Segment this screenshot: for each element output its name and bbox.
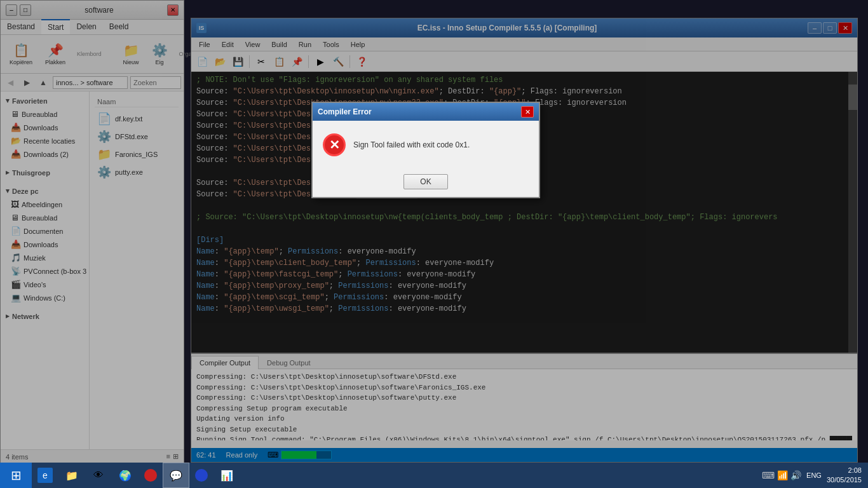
sidebar-item-documenten[interactable]: 📄 Documenten [1, 224, 89, 238]
list-view-icon[interactable]: ≡ [166, 452, 170, 461]
menu-help[interactable]: Help [346, 39, 370, 50]
close-button[interactable]: ✕ [167, 4, 179, 16]
chevron-down-icon-2: ▾ [6, 187, 10, 195]
taskbar-item-ie[interactable]: e [32, 463, 58, 488]
properties-button[interactable]: ⚙️ Eig [148, 40, 172, 68]
videos-icon: 🎬 [11, 280, 21, 289]
error-message-text: Sign Tool failed with exit code 0x1. [353, 139, 470, 151]
copy-button[interactable]: 📋 Kopiëren [6, 40, 36, 68]
tab-bestand[interactable]: Bestand [1, 20, 41, 34]
menu-build[interactable]: Build [266, 39, 292, 50]
taskbar-item-app8[interactable]: 📊 [214, 463, 240, 488]
compiler-close-button[interactable]: ✕ [838, 22, 852, 34]
taskbar-clock[interactable]: 2:08 30/05/2015 [827, 466, 862, 485]
downloads-icon: 📥 [11, 123, 21, 132]
minimize-button[interactable]: – [6, 4, 17, 16]
sidebar-item-muziek[interactable]: 🎵 Muziek [1, 251, 89, 264]
new-button[interactable]: 📁 Nieuw [119, 40, 143, 68]
taskbar-item-app5[interactable] [139, 463, 163, 488]
copy-button[interactable]: 📋 [271, 54, 287, 69]
taskbar-item-chrome[interactable]: 🌍 [112, 463, 139, 488]
build-button[interactable]: 🔨 [330, 54, 346, 69]
menu-run[interactable]: Run [294, 39, 316, 50]
sidebar-item-pvconnect[interactable]: 📡 PVConnect (b-box 3 [1, 264, 89, 278]
compiler-titlebar-left: IS [196, 23, 207, 33]
ok-button[interactable]: OK [403, 174, 448, 189]
address-text: innos... > software [56, 79, 113, 86]
forward-button[interactable]: ▶ [20, 76, 34, 90]
sidebar-item-downloads-2[interactable]: 📥 Downloads (2) [1, 147, 89, 161]
explorer-toolbar: ◀ ▶ ▲ innos... > software [1, 74, 184, 92]
tab-debug-output[interactable]: Debug Output [259, 356, 319, 369]
tab-beeld[interactable]: Beeld [103, 20, 135, 34]
output-content: Compressing: C:\Users\tpt\Desktop\innose… [191, 369, 857, 440]
menu-view[interactable]: View [240, 39, 266, 50]
taskbar-item-app7[interactable] [189, 463, 214, 488]
file-item-dfstd[interactable]: ⚙️ DFStd.exe [95, 128, 179, 146]
help-button[interactable]: ❓ [353, 54, 370, 69]
taskbar-item-app3[interactable]: 👁 [85, 463, 112, 488]
item-count: 4 items [6, 453, 28, 461]
paste-button[interactable]: 📌 Plakken [41, 40, 69, 68]
tab-delen[interactable]: Delen [70, 20, 102, 34]
toolbar-separator-3 [349, 55, 350, 68]
output-scrollbar-track [191, 440, 857, 448]
sidebar-netwerk-header: ▸ Netwerk [1, 309, 89, 323]
taskbar-item-skype[interactable]: 💬 [163, 463, 189, 488]
output-line-2: Compressing: C:\Users\tpt\Desktop\innose… [196, 383, 852, 393]
output-line-1: Compressing: C:\Users\tpt\Desktop\innose… [196, 372, 852, 383]
file-item-putty[interactable]: ⚙️ putty.exe [95, 163, 179, 181]
paste-btn[interactable]: 📌 [288, 54, 305, 69]
menu-tools[interactable]: Tools [318, 39, 344, 50]
status-progress-fill [281, 451, 316, 459]
sidebar-item-afbeeldingen[interactable]: 🖼 Afbeeldingen [1, 198, 89, 211]
up-button[interactable]: ▲ [36, 76, 50, 90]
menu-edit[interactable]: Edit [217, 39, 239, 50]
taskbar-sys-icons: ⌨ 📶 🔊 [762, 470, 801, 480]
drive-icon: 💻 [11, 293, 21, 302]
sidebar-item-bureaublad-1[interactable]: 🖥 Bureaublad [1, 107, 89, 121]
compile-button[interactable]: ▶ [312, 54, 329, 69]
status-progress-bar [281, 451, 332, 459]
sidebar-item-windows-c[interactable]: 💻 Windows (C:) [1, 291, 89, 304]
network-icon: 📶 [777, 470, 788, 480]
detail-view-icon[interactable]: ⊞ [173, 452, 179, 461]
maximize-button[interactable]: □ [20, 4, 31, 16]
code-line-1: ; NOTE: Don't use "Flags: ignoreversion"… [196, 74, 852, 86]
sidebar-item-bureaublad-2[interactable]: 🖥 Bureaublad [1, 211, 89, 224]
output-scrollbar[interactable] [191, 440, 857, 448]
sidebar-item-downloads-1[interactable]: 📥 Downloads [1, 121, 89, 134]
taskbar-item-explorer[interactable]: 📁 [58, 463, 85, 488]
sidebar-item-videos[interactable]: 🎬 Video's [1, 278, 89, 291]
save-file-button[interactable]: 💾 [229, 54, 246, 69]
volume-icon: 🔊 [790, 470, 801, 480]
compiler-title: EC.iss - Inno Setup Compiler 5.5.5 (a) [… [207, 24, 808, 32]
dialog-close-button[interactable]: ✕ [521, 106, 534, 118]
file-item-faronics[interactable]: 📁 Faronics_IGS [95, 146, 179, 163]
back-button[interactable]: ◀ [3, 76, 17, 90]
tab-compiler-output[interactable]: Compiler Output [191, 356, 259, 369]
editor-scrollbar[interactable] [848, 72, 857, 353]
new-label: Nieuw [123, 59, 139, 65]
compiler-maximize-button[interactable]: □ [823, 22, 837, 34]
open-file-button[interactable]: 📂 [212, 54, 228, 69]
code-line-12 [196, 200, 852, 212]
editor-scrollbar-thumb[interactable] [848, 85, 857, 110]
start-button[interactable]: ⊞ [0, 463, 32, 488]
new-file-button[interactable]: 📄 [194, 54, 210, 69]
cut-button[interactable]: ✂ [253, 54, 269, 69]
toolbar-separator-2 [308, 55, 309, 68]
compiler-minimize-button[interactable]: – [808, 22, 822, 34]
file-item-dfkey[interactable]: 📄 df.key.txt [95, 110, 179, 128]
taskbar-language: ENG [806, 471, 822, 479]
sidebar-item-downloads-3[interactable]: 📥 Downloads [1, 238, 89, 251]
app8-icon: 📊 [219, 468, 234, 483]
ok-label: OK [420, 177, 431, 186]
menu-file[interactable]: File [194, 39, 215, 50]
tab-start[interactable]: Start [41, 19, 70, 34]
search-input[interactable] [130, 76, 181, 89]
address-bar[interactable]: innos... > software [53, 76, 128, 89]
sidebar-favorites-header: ▾ Favorieten [1, 94, 89, 107]
sidebar-item-recente[interactable]: 📂 Recente locaties [1, 134, 89, 147]
explorer-taskbar-icon: 📁 [64, 468, 79, 483]
